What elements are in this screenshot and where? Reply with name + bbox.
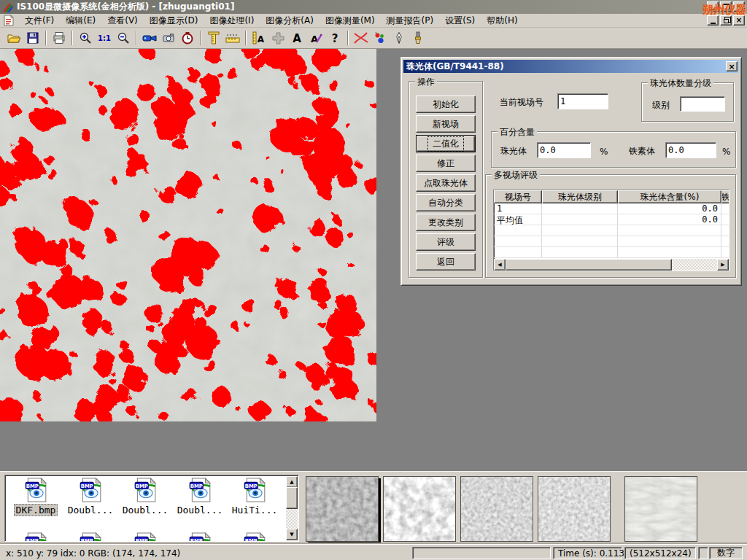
file-item[interactable] xyxy=(64,532,117,542)
button-label: 自动分类 xyxy=(428,197,463,209)
mdi-minimize-button[interactable] xyxy=(707,15,719,26)
table-row[interactable] xyxy=(494,236,729,247)
menu-image-measure[interactable]: 图像测量(M) xyxy=(320,13,381,28)
file-item[interactable]: Doubl... xyxy=(174,478,226,516)
file-item[interactable]: Doubl... xyxy=(64,478,117,516)
menu-image-analysis[interactable]: 图像分析(A) xyxy=(260,13,320,28)
actual-size-button[interactable]: 1:1 xyxy=(95,29,114,47)
status-panel-empty xyxy=(412,547,551,559)
open-button[interactable] xyxy=(4,29,23,47)
scrollbar-track[interactable] xyxy=(672,259,717,271)
svg-text:A: A xyxy=(293,32,301,45)
metallograph-image[interactable] xyxy=(0,49,376,421)
file-list-scrollbar[interactable]: ▲ ▼ xyxy=(286,476,298,540)
scroll-down-icon[interactable]: ▼ xyxy=(286,529,298,540)
scroll-up-icon[interactable]: ▲ xyxy=(286,476,298,488)
thumbnail-5[interactable] xyxy=(624,476,697,542)
measure-text-button[interactable]: A xyxy=(249,29,268,47)
grade-group-label: 珠光体数量分级 xyxy=(648,77,713,90)
pick-pearlite-button[interactable]: 点取珠光体 xyxy=(416,174,476,192)
open-icon xyxy=(7,31,21,45)
file-item[interactable]: DKF.bmp xyxy=(9,478,62,516)
video-camera-button[interactable] xyxy=(140,29,159,47)
file-item[interactable]: Doubl... xyxy=(119,478,171,516)
cursor-position-readout: x: 510 y: 79 idx: 0 RGB: (174, 174, 174) xyxy=(1,547,185,559)
grid-cross-icon xyxy=(271,31,285,45)
cell-ferrite xyxy=(721,214,729,225)
new-field-button[interactable]: 新视场 xyxy=(416,115,476,133)
menu-image-display[interactable]: 图像显示(D) xyxy=(144,13,204,28)
print-button[interactable] xyxy=(50,29,69,47)
toolbar-separator xyxy=(45,31,47,45)
file-item[interactable] xyxy=(228,532,281,542)
menu-image-processing[interactable]: 图像处理(I) xyxy=(204,13,260,28)
table-row[interactable]: 1 0.0 xyxy=(494,203,729,214)
save-button[interactable] xyxy=(23,29,42,47)
table-row[interactable] xyxy=(494,247,729,258)
edit-text-button[interactable]: A xyxy=(306,29,325,47)
dialog-title: 珠光体(GB/T9441-88) xyxy=(406,61,726,73)
col-ferrite-content: 铁素体含量(%) xyxy=(721,190,729,203)
menu-view[interactable]: 查看(V) xyxy=(101,13,144,28)
initialize-button[interactable]: 初始化 xyxy=(416,96,476,113)
scroll-left-icon[interactable]: ◀ xyxy=(494,259,506,271)
help-button[interactable]: ? xyxy=(325,29,344,47)
bmp-file-icon xyxy=(78,478,103,502)
cell-field-no: 平均值 xyxy=(494,214,542,225)
table-horizontal-scrollbar[interactable]: ◀ ▶ xyxy=(494,259,729,271)
pearlite-percent-input[interactable] xyxy=(537,142,591,158)
grade-input[interactable] xyxy=(680,96,725,112)
scroll-right-icon[interactable]: ▶ xyxy=(717,259,729,271)
menu-edit[interactable]: 编辑(E) xyxy=(60,13,101,28)
zoom-in-button[interactable] xyxy=(76,29,95,47)
mdi-restore-button[interactable] xyxy=(720,15,732,26)
file-name: HuiTi... xyxy=(231,505,279,516)
table-row[interactable] xyxy=(494,225,729,236)
auto-classify-button[interactable]: 自动分类 xyxy=(416,194,476,211)
correct-button[interactable]: 修正 xyxy=(416,155,476,172)
text-button[interactable]: A xyxy=(287,29,306,47)
ferrite-percent-input[interactable] xyxy=(665,142,716,158)
menu-file[interactable]: 文件(F) xyxy=(19,13,60,28)
scrollbar-thumb[interactable] xyxy=(286,487,298,509)
file-item[interactable] xyxy=(9,532,62,542)
thumbnail-4[interactable] xyxy=(538,476,611,542)
file-item[interactable] xyxy=(174,532,226,542)
cell-grade xyxy=(542,203,618,214)
curve-tool-button[interactable] xyxy=(352,29,371,47)
table-row[interactable]: 平均值 0.0 xyxy=(494,214,729,225)
button-label: 新视场 xyxy=(433,118,459,131)
photo-camera-button[interactable] xyxy=(159,29,178,47)
caliper-button[interactable] xyxy=(204,29,223,47)
thumbnail-2[interactable] xyxy=(383,476,456,542)
zoom-out-button[interactable] xyxy=(114,29,133,47)
grid-cross-button[interactable] xyxy=(268,29,287,47)
help-icon: ? xyxy=(328,31,342,45)
mdi-close-button[interactable]: × xyxy=(733,15,745,26)
dialog-title-bar[interactable]: 珠光体(GB/T9441-88) × xyxy=(403,60,739,73)
file-item[interactable] xyxy=(119,532,171,542)
rate-button[interactable]: 评级 xyxy=(416,233,476,251)
binarize-button[interactable]: 二值化 xyxy=(416,135,476,152)
dialog-close-button[interactable]: × xyxy=(726,61,738,71)
menu-settings[interactable]: 设置(S) xyxy=(439,13,481,28)
ruler-button[interactable] xyxy=(223,29,242,47)
workspace: 珠光体(GB/T9441-88) × 操作 初始化 新视场 二值化 修正 点取珠… xyxy=(0,49,747,471)
menu-measure-report[interactable]: 测量报告(P) xyxy=(381,13,440,28)
pen-tool-button[interactable] xyxy=(390,29,409,47)
timer-button[interactable] xyxy=(178,29,197,47)
file-item[interactable]: HuiTi... xyxy=(228,478,281,516)
curve-tool-icon xyxy=(352,31,370,45)
file-name: Doubl... xyxy=(176,505,225,516)
brush-tool-button[interactable] xyxy=(409,29,427,47)
document-icon[interactable] xyxy=(3,15,15,26)
return-button[interactable]: 返回 xyxy=(416,253,476,271)
thumbnail-3[interactable] xyxy=(460,476,533,542)
menu-help[interactable]: 帮助(H) xyxy=(481,13,523,28)
change-class-button[interactable]: 更改类别 xyxy=(416,214,476,231)
thumbnail-1[interactable] xyxy=(306,476,379,542)
file-name: Doubl... xyxy=(121,505,170,516)
current-field-input[interactable] xyxy=(557,93,608,109)
scrollbar-thumb[interactable] xyxy=(506,259,672,271)
phase-particles-button[interactable] xyxy=(371,29,390,47)
